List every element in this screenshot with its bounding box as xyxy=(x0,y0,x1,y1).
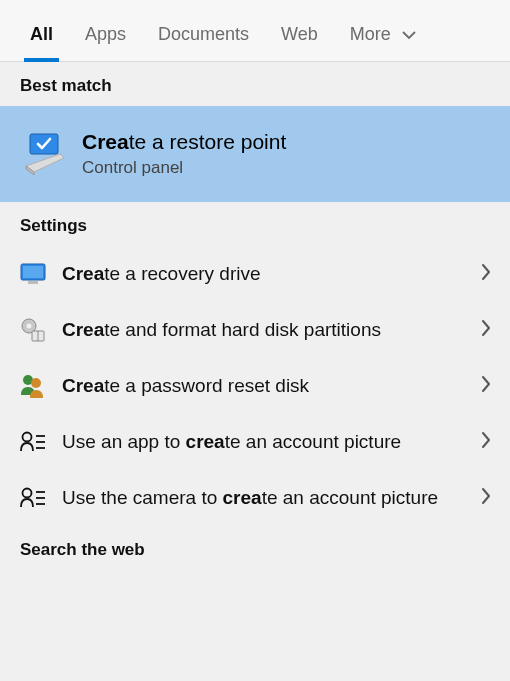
system-restore-icon xyxy=(20,130,68,178)
settings-result-2[interactable]: Create a password reset disk xyxy=(0,358,510,414)
settings-result-0[interactable]: Create a recovery drive xyxy=(0,246,510,302)
section-header-best-match: Best match xyxy=(0,62,510,106)
settings-result-1[interactable]: Create and format hard disk partitions xyxy=(0,302,510,358)
chevron-down-icon xyxy=(402,24,416,45)
chevron-right-icon xyxy=(480,430,492,454)
chevron-right-icon xyxy=(480,262,492,286)
svg-point-10 xyxy=(23,433,32,442)
svg-point-9 xyxy=(31,378,41,388)
filter-tabs: All Apps Documents Web More xyxy=(0,0,510,62)
section-header-settings: Settings xyxy=(0,202,510,246)
svg-rect-3 xyxy=(28,281,38,284)
best-match-text: Create a restore point Control panel xyxy=(82,130,286,178)
result-label: Use the camera to create an account pict… xyxy=(62,485,480,511)
gear-partition-icon xyxy=(18,315,48,345)
users-key-icon xyxy=(18,371,48,401)
settings-result-4[interactable]: Use the camera to create an account pict… xyxy=(0,470,510,526)
tab-all[interactable]: All xyxy=(28,18,55,61)
result-label: Create a recovery drive xyxy=(62,261,480,287)
result-label: Create and format hard disk partitions xyxy=(62,317,480,343)
tab-documents[interactable]: Documents xyxy=(156,18,251,61)
svg-rect-2 xyxy=(23,266,43,278)
section-header-search-web: Search the web xyxy=(0,526,510,570)
person-list-icon xyxy=(18,483,48,513)
tab-web[interactable]: Web xyxy=(279,18,320,61)
best-match-result[interactable]: Create a restore point Control panel xyxy=(0,106,510,202)
chevron-right-icon xyxy=(480,318,492,342)
monitor-blue-icon xyxy=(18,259,48,289)
person-list-icon xyxy=(18,427,48,457)
settings-result-3[interactable]: Use an app to create an account picture xyxy=(0,414,510,470)
chevron-right-icon xyxy=(480,486,492,510)
settings-results-list: Create a recovery driveCreate and format… xyxy=(0,246,510,526)
svg-point-14 xyxy=(23,489,32,498)
svg-point-5 xyxy=(27,324,32,329)
result-label: Use an app to create an account picture xyxy=(62,429,480,455)
chevron-right-icon xyxy=(480,374,492,398)
result-label: Create a password reset disk xyxy=(62,373,480,399)
tab-more[interactable]: More xyxy=(348,18,418,61)
tab-apps[interactable]: Apps xyxy=(83,18,128,61)
